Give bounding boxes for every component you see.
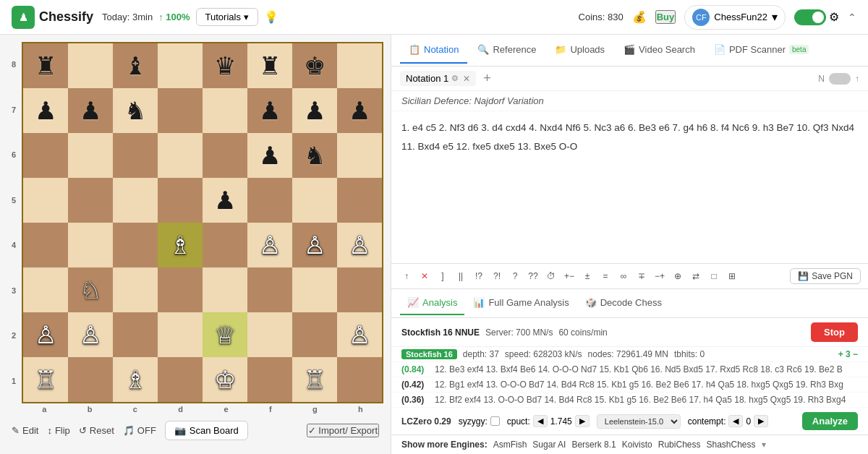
tab-video-search[interactable]: 🎬 Video Search <box>615 37 704 64</box>
engine-berserk[interactable]: Berserk 8.1 <box>571 440 616 450</box>
save-pgn-button[interactable]: 💾 Save PGN <box>790 268 861 284</box>
ann-bracket-button[interactable]: ] <box>435 268 451 284</box>
board-cell-3a[interactable] <box>23 267 68 312</box>
analysis-line-3[interactable]: (0.36) 12. Bf2 exf4 13. O-O-O Bd7 14. Bd… <box>391 393 868 408</box>
tutorials-button[interactable]: Tutorials ▾ <box>196 8 258 26</box>
chessboard[interactable]: ♜♝♛♜♚♟♟♞♟♟♟♟♞♟♗♙♙♙♘♙♙♕♙♖♗♔♖ <box>22 42 383 403</box>
board-cell-4b[interactable] <box>68 223 113 267</box>
reset-button[interactable]: ↺ Reset <box>79 425 114 436</box>
cpuct-up-button[interactable]: ▶ <box>575 415 590 427</box>
board-cell-5c[interactable] <box>113 178 158 223</box>
board-cell-7f[interactable]: ♟ <box>247 88 292 133</box>
board-cell-1h[interactable] <box>337 357 382 402</box>
board-cell-2h[interactable]: ♙ <box>337 312 382 357</box>
board-cell-5f[interactable] <box>247 178 292 223</box>
notation-toggle[interactable] <box>829 73 851 85</box>
board-cell-3d[interactable] <box>158 267 203 312</box>
board-cell-7b[interactable]: ♟ <box>68 88 113 133</box>
analyze-button[interactable]: Analyze <box>802 412 858 430</box>
sound-button[interactable]: 🎵 OFF <box>123 425 156 436</box>
ann-eqminus-button[interactable]: ∓ <box>634 268 650 284</box>
board-cell-8g[interactable]: ♚ <box>292 43 337 88</box>
board-cell-6f[interactable]: ♟ <box>247 133 292 178</box>
board-cell-7e[interactable] <box>203 88 247 133</box>
edit-button[interactable]: ✎ Edit <box>12 425 38 436</box>
board-cell-4c[interactable] <box>113 223 158 267</box>
board-cell-5a[interactable] <box>23 178 68 223</box>
buy-button[interactable]: Buy <box>655 10 676 24</box>
notation-close-icon[interactable]: ✕ <box>463 74 470 84</box>
flip-button[interactable]: ↕ Flip <box>47 425 69 436</box>
ann-up-button[interactable]: ↑ <box>399 268 414 284</box>
board-cell-7d[interactable] <box>158 88 203 133</box>
user-area[interactable]: CF ChessFun22 ▾ <box>684 5 786 30</box>
board-cell-7a[interactable]: ♟ <box>23 88 68 133</box>
board-cell-2f[interactable] <box>247 312 292 357</box>
board-cell-8b[interactable] <box>68 43 113 88</box>
ann-dubious-button[interactable]: ?! <box>489 268 505 284</box>
engine-koivisto[interactable]: Koivisto <box>622 440 652 450</box>
gear-icon[interactable]: ⚙ <box>829 10 839 24</box>
import-button[interactable]: ✓ Import/ Export <box>307 424 379 437</box>
board-cell-4g[interactable]: ♙ <box>292 223 337 267</box>
board-cell-2d[interactable] <box>158 312 203 357</box>
ann-clock-button[interactable]: ⏱ <box>543 268 559 284</box>
board-cell-1b[interactable] <box>68 357 113 402</box>
engine-rubichess[interactable]: RubiChess <box>658 440 701 450</box>
board-cell-4a[interactable] <box>23 223 68 267</box>
board-cell-3e[interactable] <box>203 267 247 312</box>
ann-pluseq-button[interactable]: ± <box>579 268 595 284</box>
board-cell-4h[interactable]: ♙ <box>337 223 382 267</box>
board-cell-3f[interactable] <box>247 267 292 312</box>
board-cell-7h[interactable]: ♟ <box>337 88 382 133</box>
board-cell-6b[interactable] <box>68 133 113 178</box>
board-cell-6g[interactable]: ♞ <box>292 133 337 178</box>
syzygy-checkbox[interactable] <box>490 416 500 426</box>
ann-x-button[interactable]: ✕ <box>417 268 433 284</box>
board-cell-6d[interactable] <box>158 133 203 178</box>
tab-reference[interactable]: 🔍 Reference <box>469 37 545 64</box>
board-cell-5e[interactable]: ♟ <box>203 178 247 223</box>
tab-analysis[interactable]: 📈 Analysis <box>400 291 464 315</box>
board-cell-5d[interactable] <box>158 178 203 223</box>
notation-tab-item[interactable]: Notation 1 ⚙ ✕ <box>400 71 476 86</box>
notation-gear-icon[interactable]: ⚙ <box>451 74 459 83</box>
board-cell-1d[interactable] <box>158 357 203 402</box>
board-cell-2g[interactable] <box>292 312 337 357</box>
board-cell-5g[interactable] <box>292 178 337 223</box>
board-cell-6e[interactable] <box>203 133 247 178</box>
ann-inf-button[interactable]: ∞ <box>616 268 631 284</box>
ann-interestingq-button[interactable]: !? <box>471 268 487 284</box>
ann-arrows-button[interactable]: ⇄ <box>688 268 704 284</box>
tab-notation[interactable]: 📋 Notation <box>400 37 467 64</box>
board-cell-8d[interactable] <box>158 43 203 88</box>
board-cell-6c[interactable] <box>113 133 158 178</box>
cpuct-down-button[interactable]: ◀ <box>533 415 548 427</box>
moves-content[interactable]: 1. e4 c5 2. Nf3 d6 3. d4 cxd4 4. Nxd4 Nf… <box>391 111 868 263</box>
ann-circle-button[interactable]: ⊕ <box>670 268 686 284</box>
board-cell-4f[interactable]: ♙ <box>247 223 292 267</box>
add-notation-tab-button[interactable]: + <box>483 71 491 86</box>
bulb-icon[interactable]: 💡 <box>264 10 278 24</box>
board-cell-5b[interactable] <box>68 178 113 223</box>
contempt-down-button[interactable]: ◀ <box>728 415 743 427</box>
board-cell-1a[interactable]: ♖ <box>23 357 68 402</box>
tab-uploads[interactable]: 📁 Uploads <box>546 37 613 64</box>
ann-q-button[interactable]: ? <box>507 268 523 284</box>
stop-button[interactable]: Stop <box>811 322 858 342</box>
board-cell-7g[interactable]: ♟ <box>292 88 337 133</box>
board-cell-8e[interactable]: ♛ <box>203 43 247 88</box>
tab-full-game-analysis[interactable]: 📊 Full Game Analysis <box>466 291 576 315</box>
board-cell-6a[interactable] <box>23 133 68 178</box>
analysis-line-2[interactable]: (0.42) 12. Bg1 exf4 13. O-O-O Bd7 14. Bd… <box>391 377 868 393</box>
board-cell-3c[interactable] <box>113 267 158 312</box>
ann-plusminus-button[interactable]: +− <box>561 268 577 284</box>
board-cell-8h[interactable] <box>337 43 382 88</box>
theme-toggle[interactable]: ⚙ <box>794 9 839 25</box>
more-engines-expand-icon[interactable]: ▾ <box>762 440 766 450</box>
board-cell-2a[interactable]: ♙ <box>23 312 68 357</box>
collapse-icon[interactable]: ⌃ <box>848 12 856 23</box>
board-cell-1e[interactable]: ♔ <box>203 357 247 402</box>
ann-eq-button[interactable]: = <box>597 268 613 284</box>
toggle-on[interactable] <box>794 9 826 25</box>
